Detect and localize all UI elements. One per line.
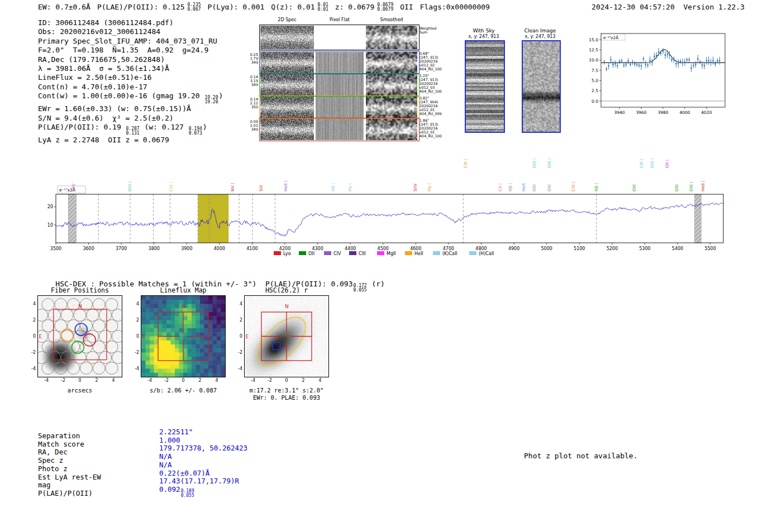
- plya-value: P(Lyα): 0.001: [208, 3, 265, 11]
- header-summary: EW: 0.7±0.6Å P(LAE)/P(OII): 0.125 0.2350…: [38, 3, 497, 12]
- plae-error-stack: 0.2350.067: [187, 3, 201, 12]
- info-line: S/N = 9.4(±0.6) χ² = 2.5(±0.2): [38, 114, 223, 123]
- y-tick-label: 15.0: [589, 37, 598, 42]
- exposure-smoothed-strip: [366, 119, 417, 140]
- info-line: Primary Spec_Slot_IFU_AMP: 404_073_071_R…: [38, 37, 223, 46]
- line-marker-label: CII (: [498, 183, 503, 191]
- y-tick-label: 20: [47, 204, 53, 209]
- panel-x-tick: -2: [59, 378, 68, 383]
- match-table-row-value: 0.22(±0.07)Å: [159, 469, 209, 477]
- x-tick-label: 5300: [639, 246, 650, 251]
- match-value: 1.000: [159, 436, 180, 444]
- panel-y-tick: 0: [129, 334, 139, 339]
- line-marker-label: Hγ (: [347, 183, 352, 191]
- with-sky-xy: x, y: 247, 913: [461, 34, 506, 39]
- lineflux-map-xlabel: s/b: 2.06 +/- 0.087: [136, 387, 231, 394]
- info-text: LineFlux = 2.50(±0.51)e-16: [38, 73, 152, 82]
- info-text: ): [219, 92, 223, 100]
- y-tick-label: 12.5: [589, 47, 598, 52]
- panel-x-tick: -2: [162, 378, 171, 383]
- exposure-left-label: 0.09 2.01 349: [245, 120, 258, 132]
- exposure-2dspec-strip: [260, 52, 314, 73]
- panel-x-tick: 4: [316, 378, 325, 383]
- x-tick-label: 4800: [475, 246, 487, 251]
- hatched-exclusion-band: [68, 194, 76, 243]
- line-marker-label: CIV (: [169, 181, 174, 191]
- line-marker-label: SiII: [259, 185, 264, 191]
- panel-x-tick: -2: [265, 378, 274, 383]
- line-marker-label: OIII: [532, 184, 537, 191]
- legend-label: CIV: [333, 251, 341, 256]
- match-value: 0.22(±0.07)Å: [159, 469, 209, 477]
- y-tick-label: 10: [47, 223, 53, 228]
- fiber-positions-title: Fiber Positions: [38, 286, 122, 294]
- exposure-right-label: 0.68" (247, 913) 20200216 v012_02 404_RU…: [419, 52, 442, 71]
- plae-poii-value: P(LAE)/P(OII): 0.125: [97, 3, 185, 11]
- line-marker-label: Hδ (: [331, 183, 336, 191]
- legend-swatch: [377, 251, 384, 255]
- exposure-smoothed-strip: [366, 52, 417, 73]
- stacked-error: 0.2870.131: [126, 127, 140, 136]
- exposure-2dspec-strip: [260, 97, 314, 118]
- info-text: P(LAE)/P(OII): 0.19: [38, 123, 126, 131]
- hatched-exclusion-band: [694, 194, 701, 243]
- lower-bound: 19.20: [204, 100, 218, 104]
- legend-label: OII: [308, 251, 314, 256]
- with-sky-image: [465, 40, 505, 133]
- legend-label: HeII: [414, 251, 423, 256]
- stacked-error: 0.1890.055: [181, 489, 194, 498]
- info-line: ID: 3006112484 (3006112484.pdf): [38, 18, 223, 27]
- panel-y-tick: 4: [232, 301, 242, 306]
- lineflux-map-title: Lineflux Map: [141, 286, 225, 294]
- match-table-row-value: N/A: [159, 452, 172, 461]
- line-marker-label: OIII: [632, 184, 637, 191]
- info-line: RA,Dec (179.716675,50.262848): [38, 55, 223, 64]
- line-marker-label: OIII: [674, 184, 679, 191]
- info-line: Obs: 20200216v012_3006112484: [38, 27, 223, 36]
- x-tick-label: 4000: [679, 110, 690, 115]
- x-tick-label: 5100: [574, 246, 585, 251]
- x-tick-label: 4600: [410, 246, 421, 251]
- match-table-row-label: mag: [38, 481, 51, 489]
- panel-y-tick: -4: [129, 366, 139, 371]
- cutout-col-title: Smoothed: [369, 17, 414, 22]
- legend-label: (H)CaII: [479, 251, 494, 256]
- unit-label: e⁻¹⁷x2Å: [603, 35, 618, 40]
- x-tick-label: 4200: [279, 246, 290, 251]
- x-tick-label: 4100: [246, 246, 258, 251]
- x-tick-label: 4700: [443, 246, 454, 251]
- exposure-2dspec-strip: [260, 119, 314, 140]
- panel-x-tick: 2: [92, 378, 101, 383]
- line-marker-label: SiIV: [71, 183, 76, 191]
- info-text: ): [203, 123, 207, 131]
- exposure-smoothed-strip: [366, 74, 417, 95]
- x-tick-label: 3800: [149, 246, 160, 251]
- legend-label: (K)CaII: [442, 251, 457, 256]
- x-tick-label: 4300: [312, 246, 323, 251]
- line-marker-label: HeII: [521, 183, 526, 191]
- line-marker-label: OIII (: [689, 181, 694, 191]
- info-text: RA,Dec (179.716675,50.262848): [38, 55, 165, 64]
- legend-swatch: [405, 251, 412, 255]
- y-tick-label: 7.5: [592, 68, 598, 73]
- panel-y-tick: -4: [26, 366, 36, 371]
- panel-x-tick: -4: [145, 378, 154, 383]
- elixer-report-page: EW: 0.7±0.6Å P(LAE)/P(OII): 0.125 0.2350…: [0, 0, 782, 532]
- info-text: λ = 3981.06Å σ = 5.36(±1.34)Å: [38, 64, 169, 73]
- info-line: EWr = 1.60(±0.33) (w: 0.75(±0.15))Å: [38, 104, 223, 113]
- match-value: N/A: [159, 452, 172, 461]
- legend-swatch: [274, 251, 281, 255]
- x-tick-label: 3900: [181, 246, 192, 251]
- info-line: LineFlux = 2.50(±0.51)e-16: [38, 73, 223, 82]
- x-tick-label: 3700: [116, 246, 127, 251]
- line-marker-label: CIII (: [463, 159, 468, 168]
- match-table-row-value: 179.717378, 50.262423: [159, 444, 247, 452]
- line-marker-label: Hγ (: [427, 183, 432, 191]
- line-marker-label: OIII: [547, 184, 552, 191]
- info-text: Obs: 20200216v012_3006112484: [38, 27, 160, 36]
- spectrum-line: [56, 203, 723, 236]
- qz-value: Q(z): 0.01: [271, 3, 314, 11]
- weighted-sum-label: Weighted Sum: [419, 27, 436, 35]
- x-tick-label: 4400: [345, 246, 356, 251]
- x-tick-label: 4500: [378, 246, 389, 251]
